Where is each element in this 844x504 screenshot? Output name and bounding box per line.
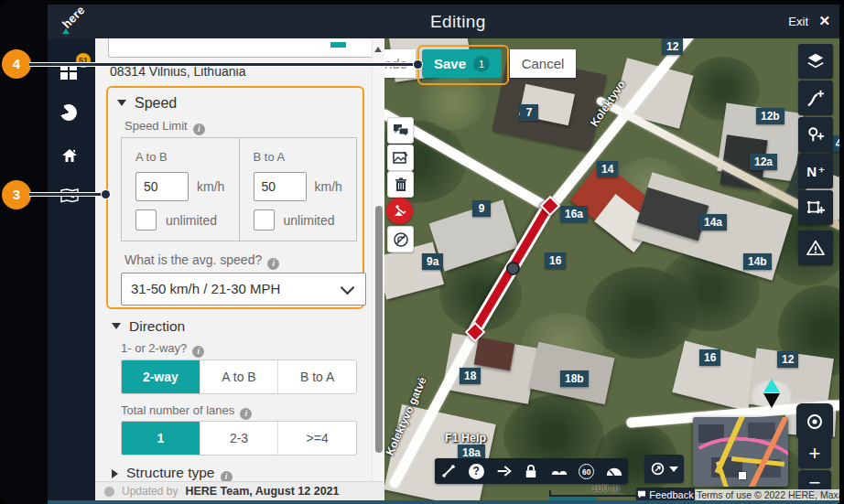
arrow-tool-button[interactable]	[490, 465, 517, 477]
updated-by-label: Updated by	[122, 485, 178, 498]
way-option-2way[interactable]: 2-way	[122, 360, 200, 393]
avg-speed-label: What is the avg. speed?i	[124, 252, 279, 270]
callout-circle-3: 3	[2, 180, 31, 209]
a-to-b-column: A to B km/h unlimited	[122, 138, 239, 241]
map-house-number-label[interactable]: 16	[699, 349, 720, 366]
comments-icon	[393, 123, 409, 138]
map-house-number-label[interactable]: 12	[777, 351, 798, 368]
segment-tool-button[interactable]	[435, 464, 462, 478]
gps-probe-button[interactable]	[644, 455, 684, 483]
zoom-in-button[interactable]: +	[798, 438, 831, 468]
direction-marker-down-icon[interactable]	[763, 393, 780, 408]
map-issues-button[interactable]	[798, 231, 833, 265]
add-road-icon	[806, 89, 825, 107]
segment-midpoint[interactable]	[506, 262, 520, 275]
add-area-button[interactable]	[798, 190, 833, 225]
structure-type-header[interactable]: Structure typei	[112, 465, 233, 483]
way-segmented-control: 2-way A to B B to A	[121, 359, 357, 394]
sidebar-item-home[interactable]	[60, 147, 82, 169]
delete-button[interactable]	[387, 171, 414, 198]
gauge-icon	[606, 466, 622, 477]
save-button[interactable]: Save1	[422, 49, 502, 78]
map-house-number-label[interactable]: 14a	[699, 214, 727, 231]
edit-image-button[interactable]	[387, 145, 414, 171]
direction-marker-up-icon[interactable]	[763, 379, 780, 392]
way-option-atob[interactable]: A to B	[200, 360, 278, 393]
window-bottom-strip	[48, 500, 839, 504]
help-tool-button[interactable]: ?	[462, 464, 490, 479]
close-icon[interactable]: ✕	[818, 13, 830, 29]
speed-section-header[interactable]: Speed	[117, 95, 177, 112]
map-house-number-label[interactable]: 12b	[756, 108, 784, 124]
lanes-option-1[interactable]: 1	[122, 422, 200, 455]
unlimited-label: unlimited	[284, 213, 335, 228]
minimap[interactable]	[693, 417, 788, 487]
add-road-button[interactable]	[798, 80, 833, 115]
map-house-number-label[interactable]: 7	[520, 104, 538, 121]
layers-button[interactable]	[798, 44, 833, 79]
direction-section-header[interactable]: Direction	[112, 318, 185, 335]
map-house-number-label[interactable]: 14	[597, 161, 618, 177]
sidebar-item-map[interactable]	[60, 188, 82, 210]
no-turn-button[interactable]	[387, 226, 414, 252]
scroll-up-arrow-icon[interactable]	[374, 47, 382, 52]
right-map-toolbar: N⁺	[798, 44, 833, 267]
scrollbar-thumb[interactable]	[375, 206, 383, 453]
lanes-option-2-3[interactable]: 2-3	[200, 422, 278, 455]
map-house-number-label[interactable]: 18	[460, 368, 481, 384]
unlimited-checkbox[interactable]	[135, 209, 157, 231]
avatar	[104, 487, 114, 497]
info-icon[interactable]: i	[192, 346, 204, 358]
avg-speed-select[interactable]: 31-50 km/h / 21-30 MPH	[121, 273, 366, 306]
lanes-segmented-control: 1 2-3 >=4	[121, 421, 357, 456]
gauge-tool-button[interactable]	[601, 466, 628, 477]
info-icon[interactable]: i	[240, 408, 252, 420]
cancel-button[interactable]: Cancel	[510, 49, 576, 78]
map-house-number-label[interactable]: 9a	[422, 253, 443, 270]
feedback-bubble-icon	[637, 490, 646, 499]
map-house-number-label[interactable]: 18b	[560, 370, 589, 387]
info-icon[interactable]: i	[267, 258, 279, 270]
construction-button[interactable]	[386, 198, 413, 224]
lock-tool-button[interactable]	[517, 464, 545, 478]
map-house-number-label[interactable]: 12a	[750, 154, 777, 170]
map-house-number-label[interactable]: 9	[472, 200, 491, 217]
sidebar-item-statistics[interactable]	[60, 104, 82, 126]
street-name-input[interactable]	[108, 38, 373, 58]
feedback-button[interactable]: Feedback	[636, 488, 695, 500]
no-turn-icon	[393, 231, 409, 248]
a-to-b-speed-input[interactable]	[135, 172, 189, 201]
map-house-number-label[interactable]: 16	[545, 252, 566, 269]
map-attribution[interactable]: Terms of use © 2022 HERE, Maxar	[693, 489, 839, 500]
dropdown-triangle-icon	[669, 466, 678, 472]
map-issues-icon	[806, 239, 826, 257]
map-canvas[interactable]: Kolektyvo Kolektyvo gatvė 71212b12a1416a…	[384, 38, 839, 500]
left-sidebar: 51	[48, 38, 95, 500]
map-house-number-label[interactable]: 14b	[743, 253, 772, 270]
callout-dot-4	[414, 60, 422, 69]
add-place-button[interactable]	[798, 117, 833, 152]
way-option-btoa[interactable]: B to A	[277, 360, 356, 393]
comments-button[interactable]	[387, 117, 414, 144]
help-shortcut-text: F1 Help	[445, 432, 486, 445]
unlimited-checkbox[interactable]	[254, 209, 275, 231]
here-logo: here	[60, 8, 92, 36]
map-house-number-label[interactable]: 12	[662, 38, 683, 55]
screenshot-root: here Editing Exit ✕ 51 08314 Vilnius, Li…	[0, 0, 844, 504]
edit-image-icon	[393, 151, 408, 166]
b-to-a-speed-input[interactable]	[254, 172, 307, 201]
construction-icon	[392, 203, 407, 219]
info-icon[interactable]: i	[193, 123, 205, 135]
exit-button[interactable]: Exit	[788, 15, 808, 28]
map-house-number-label[interactable]: 16a	[560, 206, 588, 222]
panel-scrollbar[interactable]	[372, 38, 384, 483]
home-icon	[60, 147, 79, 164]
lanes-option-4plus[interactable]: >=4	[277, 422, 356, 455]
add-address-button[interactable]: N⁺	[798, 154, 833, 188]
add-place-icon	[806, 125, 825, 144]
gps-probe-icon	[650, 461, 665, 477]
help-icon: ?	[469, 464, 484, 479]
speed-limit-tool-button[interactable]: 60	[573, 464, 601, 479]
bumps-tool-button[interactable]	[546, 466, 573, 477]
locate-button[interactable]	[796, 403, 833, 440]
